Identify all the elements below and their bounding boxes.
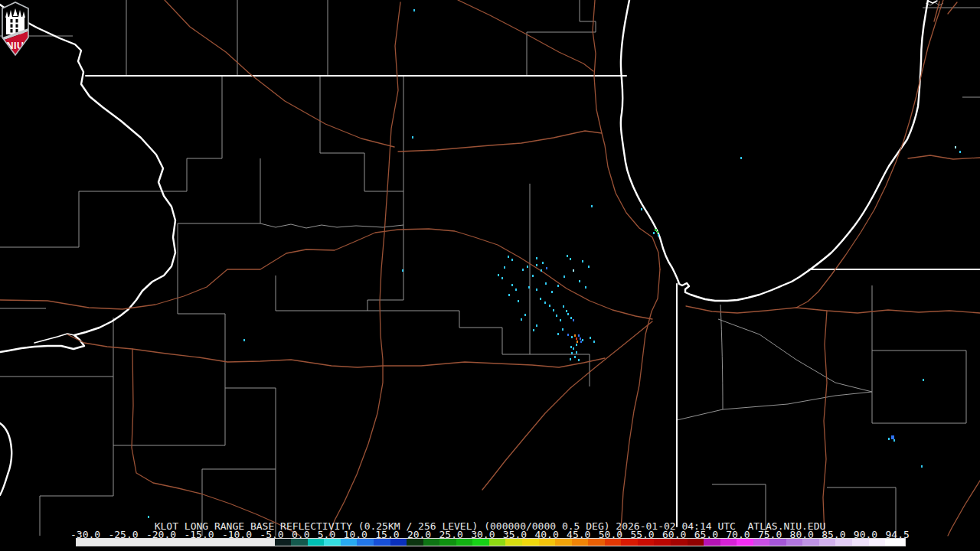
echo-speck [576,337,577,340]
echo-speck [544,302,546,304]
echo-speck [563,305,564,308]
echo-speck [893,439,895,442]
echo-speck [536,264,537,266]
echo-speck [579,280,580,282]
echo-speck [585,286,586,289]
echo-speck [546,267,547,269]
echo-speck [571,336,573,338]
echo-speck [570,358,571,360]
echo-speck [573,347,574,350]
echo-speck [653,232,655,234]
echo-speck [570,258,571,260]
echo-speck [574,356,576,358]
echo-speck [576,344,577,346]
echo-speck [570,317,572,319]
echo-speck [551,291,553,293]
echo-speck [412,136,413,139]
echo-speck [545,282,547,285]
echo-speck [593,341,595,343]
echo-speck [566,310,567,312]
radar-map [0,0,980,551]
reflectivity-colorbar [76,538,906,546]
echo-speck [501,277,503,279]
echo-speck [959,151,961,153]
echo-speck [536,257,537,259]
echo-speck [536,324,537,327]
echo-speck [557,333,559,335]
echo-speck [588,266,590,268]
echo-speck [570,346,572,348]
echo-speck [515,289,517,291]
echo-speck [564,276,565,278]
map-background [0,0,980,551]
echo-speck [577,341,578,343]
echo-speck [574,334,576,337]
echo-speck [582,260,583,262]
echo-speck [580,337,581,340]
echo-speck [532,275,534,277]
echo-speck [553,309,554,311]
echo-speck [590,337,591,339]
echo-speck [573,319,574,321]
echo-speck [658,234,659,236]
echo-speck [536,289,537,291]
radar-viewer: NIU KLOT LONG RANGE BASE REFLECTIVITY (0… [0,0,980,551]
echo-speck [567,334,569,336]
echo-speck [578,334,580,337]
echo-speck [891,435,894,439]
echo-speck [524,314,526,316]
niu-logo: NIU [0,0,31,57]
echo-speck [540,298,541,300]
echo-speck [557,285,559,287]
echo-speck [533,329,534,331]
echo-speck [549,305,550,307]
echo-speck [567,255,568,257]
echo-speck [518,300,519,302]
echo-speck [511,284,513,286]
echo-speck [923,379,924,381]
echo-speck [522,269,524,271]
echo-speck [560,319,561,321]
echo-speck [527,266,528,268]
echo-speck [508,256,509,258]
echo-speck [521,318,522,321]
echo-speck [528,286,530,289]
echo-speck [562,328,564,331]
echo-speck [578,359,580,361]
echo-speck [576,351,577,354]
echo-speck [504,266,505,269]
echo-speck [591,205,593,207]
echo-speck [571,352,573,354]
echo-speck [657,231,658,233]
echo-speck [498,274,499,276]
echo-speck [573,269,574,272]
echo-speck [243,339,245,341]
echo-speck [556,315,557,317]
echo-speck [567,313,569,315]
echo-speck [580,341,582,343]
echo-speck [888,438,890,440]
echo-speck [740,157,742,159]
echo-speck [921,465,923,468]
echo-speck [541,269,542,272]
echo-speck [148,516,149,518]
echo-speck [655,229,657,231]
echo-speck [542,262,544,264]
echo-speck [413,9,415,11]
echo-speck [641,208,642,210]
echo-speck [582,339,583,341]
echo-speck [508,294,510,296]
echo-speck [511,259,513,261]
echo-speck [402,269,403,272]
echo-speck [955,146,956,148]
